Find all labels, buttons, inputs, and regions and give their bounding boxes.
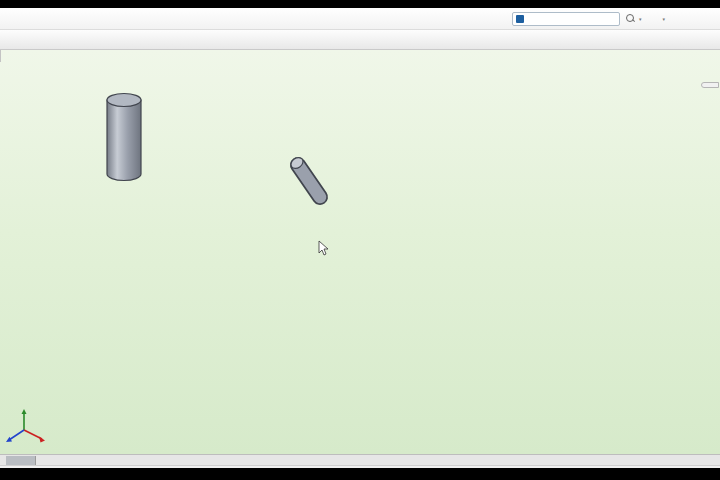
z-axis — [9, 430, 24, 440]
mouse-cursor-icon — [318, 240, 330, 256]
command-manager-tabs — [0, 50, 1, 62]
task-pane — [701, 82, 719, 88]
reference-triad — [2, 408, 52, 452]
tab-scroll-buttons[interactable] — [6, 456, 36, 465]
search-dropdown-icon[interactable]: ▾ — [639, 16, 642, 22]
solidworks-window: ▾ ▾ — [0, 8, 720, 468]
cylinder-model[interactable] — [98, 86, 150, 190]
help-dropdown-icon[interactable]: ▾ — [662, 16, 665, 22]
window-controls: ▾ ▾ — [626, 14, 716, 23]
title-bar: ▾ ▾ — [0, 8, 720, 30]
top-letterbox — [0, 0, 720, 8]
model-tabs-bar — [0, 454, 720, 465]
coil-model[interactable] — [248, 135, 548, 430]
search-sw-icon — [516, 15, 524, 23]
standard-toolbar — [0, 30, 720, 50]
bottom-letterbox — [0, 468, 720, 480]
search-box[interactable] — [512, 12, 620, 26]
screen: ▾ ▾ — [0, 0, 720, 480]
graphics-viewport[interactable] — [0, 50, 720, 454]
search-magnifier-icon[interactable] — [626, 14, 635, 23]
